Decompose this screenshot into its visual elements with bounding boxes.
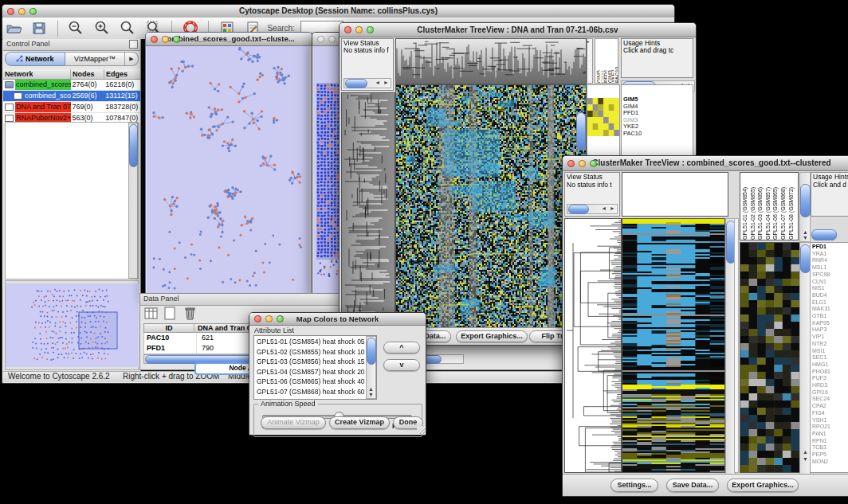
close-icon[interactable]	[317, 36, 324, 43]
tab-network[interactable]: Network	[5, 52, 65, 66]
tv2-hints-scrollbar-thumb[interactable]	[811, 229, 837, 240]
zoom-selected-icon[interactable]	[119, 19, 136, 37]
create-vizmap-button[interactable]: Create Vizmap	[329, 416, 390, 429]
tree-scrollbar[interactable]	[128, 123, 138, 279]
window-controls[interactable]	[7, 8, 37, 15]
tv1-zoom-matrix-canvas[interactable]	[587, 98, 619, 136]
gene-label[interactable]: MAK31	[812, 306, 830, 313]
gene-label[interactable]: GTB1	[812, 313, 830, 320]
network-canvas[interactable]	[147, 46, 309, 294]
move-up-button[interactable]: ^	[383, 342, 420, 354]
open-file-icon[interactable]	[5, 19, 22, 37]
gene-label[interactable]: GIM4	[623, 104, 642, 111]
gene-label[interactable]: RPO21	[812, 424, 830, 431]
export-graphics-button[interactable]: Export Graphics...	[727, 479, 799, 492]
close-icon[interactable]	[567, 160, 575, 167]
close-icon[interactable]	[344, 26, 351, 33]
select-attributes-icon[interactable]	[143, 307, 159, 321]
gene-label[interactable]: HRD3	[812, 382, 830, 389]
gene-label[interactable]: PHO81	[812, 369, 830, 376]
treeview1-titlebar[interactable]: ClusterMaker TreeView : DNA and Tran 07-…	[340, 23, 696, 37]
tv2-status-scrollbar-thumb[interactable]	[568, 205, 589, 214]
network-tree-area[interactable]	[5, 122, 139, 279]
zoom-window-icon[interactable]	[173, 36, 180, 43]
tv1-column-dendrogram-canvas[interactable]	[395, 38, 587, 84]
tabs-overflow-icon[interactable]: ▶	[125, 52, 139, 66]
attribute-list-scrollbar[interactable]: ▲▼	[366, 336, 376, 399]
gene-label[interactable]: MSL1	[812, 264, 830, 272]
new-attribute-icon[interactable]	[163, 307, 179, 321]
col-network[interactable]: Network	[3, 69, 71, 79]
scroll-arrows-icon[interactable]: ▲▼	[368, 386, 375, 397]
gene-label[interactable]: GIM3	[623, 117, 642, 124]
save-icon[interactable]	[30, 19, 48, 37]
tv2-status-scrollbar[interactable]: ◄ ►	[567, 204, 618, 214]
tv2-heatmap-canvas[interactable]	[622, 218, 725, 473]
close-icon[interactable]	[7, 8, 14, 15]
scroll-arrows-icon[interactable]: ◄ ►	[601, 205, 616, 211]
minimize-icon[interactable]	[355, 26, 363, 33]
tv2-collabel-scrollbar-thumb[interactable]	[800, 184, 811, 217]
tv2-row-dendrogram-canvas[interactable]	[564, 218, 622, 473]
close-icon[interactable]	[254, 315, 261, 322]
zoom-window-icon[interactable]	[367, 26, 374, 33]
close-icon[interactable]	[151, 36, 158, 43]
attribute-list-item[interactable]: GPL51-06 (GSM865) heat shock 40 min	[254, 377, 367, 387]
export-graphics-button[interactable]: Export Graphics...	[456, 330, 528, 342]
gene-label[interactable]: HMG1	[812, 361, 830, 369]
attribute-list-item[interactable]: GPL51-04 (GSM857) heat shock 20 min	[254, 367, 367, 377]
gene-label[interactable]: NTR2	[812, 341, 830, 348]
tv2-collabel-scrollbar[interactable]: ▲▼	[799, 172, 811, 242]
network-view-titlebar[interactable]: combined_scores_good.txt--cluste...	[146, 33, 312, 46]
gene-label[interactable]: VIP1	[812, 334, 830, 341]
gene-label[interactable]: GPI16	[812, 389, 830, 397]
attribute-list-item[interactable]: GPL51-02 (GSM855) heat shock 10 min	[254, 347, 367, 357]
tv1-status-scrollbar[interactable]: ◄ ►	[344, 78, 391, 88]
gene-label[interactable]: MSI1	[812, 348, 830, 355]
network-table-header[interactable]: Network Nodes Edges	[3, 69, 140, 80]
main-titlebar[interactable]: Cytoscape Desktop (Session Name: collins…	[2, 5, 674, 18]
gene-label[interactable]: CPA2	[812, 403, 830, 410]
gene-label[interactable]: KAP95	[812, 320, 830, 327]
resize-grip[interactable]	[417, 426, 425, 434]
gene-label[interactable]: ELG1	[812, 299, 830, 307]
treeview2-titlebar[interactable]: ClusterMaker TreeView : combined_scores_…	[563, 156, 848, 171]
gene-label[interactable]: CLN1	[812, 279, 830, 286]
gene-label[interactable]: PAN1	[812, 431, 830, 438]
network-row[interactable]: combined_sco 2569(6) 13112(15)	[3, 91, 140, 102]
float-panel-icon[interactable]	[129, 40, 138, 49]
minimize-icon[interactable]	[328, 36, 336, 43]
col-nodes[interactable]: Nodes	[71, 69, 104, 79]
minimize-icon[interactable]	[265, 315, 273, 322]
gene-label[interactable]: SEC24	[812, 396, 830, 403]
zoom-in-icon[interactable]	[93, 19, 111, 37]
map-dialog-titlebar[interactable]: Map Colors to Network	[249, 313, 426, 326]
network-overview-canvas[interactable]	[6, 283, 139, 367]
gene-label[interactable]: HAP3	[812, 326, 830, 334]
gene-label[interactable]: PAC10	[623, 131, 642, 138]
gene-label[interactable]: PFD1	[623, 110, 642, 117]
minimize-icon[interactable]	[18, 8, 26, 15]
save-data-button[interactable]: Save Data...	[666, 479, 719, 492]
network-row[interactable]: DNA and Tran 07 769(0) 183728(0)	[3, 102, 140, 113]
scroll-arrows-icon[interactable]: ▲▼	[803, 448, 809, 463]
gene-label[interactable]: SPC98	[812, 272, 830, 279]
gene-label[interactable]: YSH1	[812, 417, 830, 424]
attr-col-id[interactable]: ID	[144, 324, 194, 332]
tv1-row-dendrogram-canvas[interactable]	[341, 92, 395, 329]
gene-label[interactable]: RNR4	[812, 257, 830, 264]
zoom-window-icon[interactable]	[590, 160, 597, 167]
gene-label[interactable]: PUF3	[812, 375, 830, 382]
attribute-list-scrollbar-thumb[interactable]	[367, 338, 376, 365]
gene-label[interactable]: BUD4	[812, 292, 830, 299]
network-row[interactable]: combined_scores 2764(0) 16218(0)	[3, 80, 140, 91]
tv1-status-scrollbar-thumb[interactable]	[345, 79, 367, 88]
tree-scrollbar-thumb[interactable]	[129, 124, 138, 167]
attribute-list-item[interactable]: GPL51-01 (GSM854) heat shock 05 min	[254, 337, 367, 347]
animate-vizmap-button[interactable]: Animate Vizmap	[261, 416, 326, 429]
move-down-button[interactable]: v	[383, 359, 420, 371]
minimize-icon[interactable]	[162, 36, 169, 43]
gene-label[interactable]: TCB3	[812, 444, 830, 451]
gene-label[interactable]: RPN1	[812, 438, 830, 445]
attribute-listbox[interactable]: GPL51-01 (GSM854) heat shock 05 minGPL51…	[253, 335, 377, 400]
